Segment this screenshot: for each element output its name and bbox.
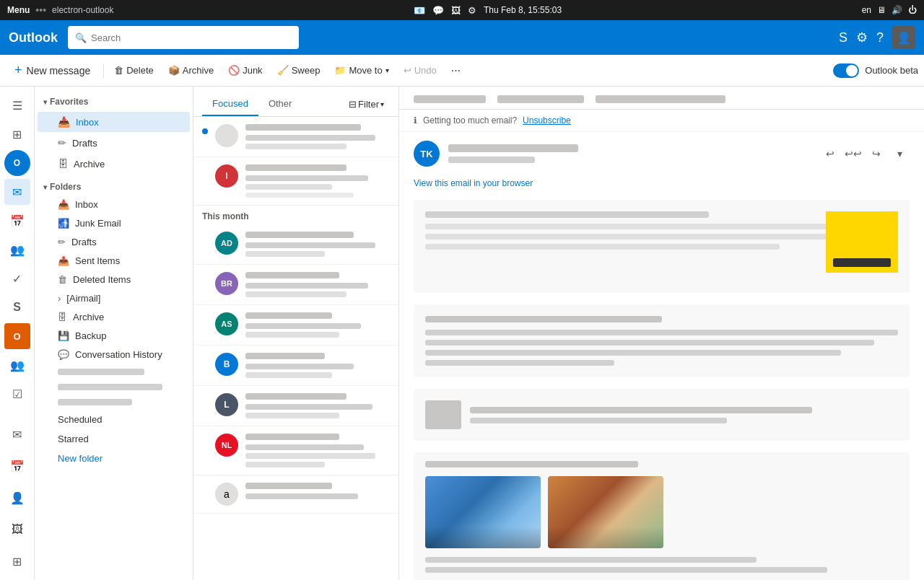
nav-item-deleted[interactable]: 🗑 Deleted Items [38,271,190,289]
archive-nav-icon: 🗄 [58,158,68,170]
email-item-7[interactable]: L [193,386,398,426]
tab-other[interactable]: Other [258,92,302,116]
nav-item-inbox-fav[interactable]: 📥 Inbox [38,112,190,132]
email-content-2 [245,164,390,198]
sidebar-icon-bottom-image[interactable]: 🖼 [4,517,30,542]
conv-hist-icon: 💬 [58,349,69,360]
filter-button[interactable]: ⊟ Filter ▾ [343,96,390,113]
nav-item-drafts2[interactable]: ✏ Drafts [38,233,190,251]
user-avatar[interactable]: 👤 [892,26,915,49]
taskbar-right: en 🖥 🔊 ⏻ [862,5,917,15]
menu-button[interactable]: Menu [7,5,30,15]
unsub-link[interactable]: Unsubscribe [523,115,571,126]
sidebar-icon-todo[interactable]: ✓ [4,265,30,291]
email-item-6[interactable]: B [193,346,398,386]
email-item-5[interactable]: AS [193,305,398,346]
forward-button[interactable]: ↪ [866,144,886,164]
outlook-app: Outlook 🔍 S ⚙ ? 👤 + New message 🗑 Delete… [0,20,924,580]
sidebar-icon-calendar[interactable]: 📅 [4,208,30,234]
filter-chevron-icon: ▾ [380,100,384,108]
view-in-browser[interactable]: View this email in your browser [414,178,910,188]
email-avatar-3: AD [215,232,238,255]
taskbar-dots[interactable]: ••• [35,4,46,16]
new-folder-link[interactable]: New folder [38,449,190,467]
reply-all-button[interactable]: ↩↩ [843,144,863,164]
delete-button[interactable]: 🗑 Delete [108,62,160,79]
sidebar-icon-check[interactable]: ☑ [4,381,30,407]
email-items-list: I This month AD [193,117,398,580]
nav-item-starred[interactable]: Starred [38,430,190,448]
email-content-9 [245,483,390,502]
sidebar-icon-bottom-calendar[interactable]: 📅 [4,453,30,479]
wechat-tray-icon: 💬 [432,5,444,16]
email-avatar-4: BR [215,272,238,295]
sidebar-icon-bottom-mail[interactable]: ✉ [4,421,30,447]
archive-button[interactable]: 📦 Archive [162,62,219,79]
email-item-4[interactable]: BR [193,265,398,305]
archive2-icon: 🗄 [58,312,67,322]
email-item-3[interactable]: AD [193,224,398,265]
email-item-9[interactable]: a [193,475,398,514]
sidebar-icon-s[interactable]: S [4,294,30,320]
photos-tray-icon: 🖼 [451,5,461,16]
sidebar-icon-orange[interactable]: O [4,323,30,349]
nav-item-drafts-fav[interactable]: ✏ Drafts [38,133,190,153]
sidebar-icon-mail[interactable]: ✉ [4,179,30,205]
sweep-button[interactable]: 🧹 Sweep [271,62,326,79]
sidebar-icon-bottom-people[interactable]: 👤 [4,485,30,511]
settings-icon[interactable]: ⚙ [856,30,868,45]
email-content-6 [245,353,390,378]
nav-item-blurred-2[interactable] [38,380,190,394]
sidebar-icon-teams[interactable]: 👥 [4,352,30,378]
beta-toggle-switch[interactable] [833,63,859,78]
sent-icon: 📤 [58,255,69,266]
search-input[interactable] [91,32,292,43]
nav-item-junk[interactable]: 🚮 Junk Email [38,214,190,232]
toolbar-separator-1 [103,63,104,78]
email-avatar [215,124,238,147]
sidebar-icon-people[interactable]: 👥 [4,237,30,263]
reply-button[interactable]: ↩ [820,144,840,164]
favorites-header[interactable]: ▾ Favorites [35,92,193,111]
folders-header[interactable]: ▾ Folders [35,175,193,195]
more-actions-button[interactable]: ▾ [889,144,910,164]
sidebar-icon-circle[interactable]: O [4,150,30,176]
drafts2-icon: ✏ [58,237,66,247]
help-icon[interactable]: ? [876,30,884,45]
nav-item-inbox2[interactable]: 📥 Inbox [38,195,190,214]
nav-item-backup[interactable]: 💾 Backup [38,327,190,345]
taskbar-left: Menu ••• electron-outlook [7,4,113,16]
nav-item-conv-hist[interactable]: 💬 Conversation History [38,346,190,364]
sidebar-icon-bottom-grid[interactable]: ⊞ [4,548,30,574]
undo-button[interactable]: ↩ Undo [398,62,443,79]
nav-item-archive-fav[interactable]: 🗄 Archive [38,154,190,174]
plus-icon: + [14,63,22,78]
email-list-tabs: Focused Other ⊟ Filter ▾ [193,87,398,117]
sender-info [448,144,811,163]
nav-item-blurred-3[interactable] [38,395,190,409]
sidebar-icon-hamburger[interactable]: ☰ [4,92,30,118]
reading-pane: ℹ Getting too much email? Unsubscribe TK… [399,87,924,580]
tab-focused[interactable]: Focused [202,92,258,116]
email-item-2[interactable]: I [193,157,398,206]
skype-icon[interactable]: S [839,30,847,45]
move-to-button[interactable]: 📁 Move to ▾ [328,62,394,79]
volume-icon: 🔊 [892,5,902,15]
email-content-block-2 [414,304,910,377]
email-item-8[interactable]: NL [193,426,398,475]
nav-item-blurred-1[interactable] [38,365,190,379]
nav-item-airmail[interactable]: › [Airmail] [38,289,190,307]
top-bar: Outlook 🔍 S ⚙ ? 👤 [0,20,924,55]
new-message-button[interactable]: + New message [6,58,99,82]
sidebar-icon-apps[interactable]: ⊞ [4,121,30,147]
nav-item-archive2[interactable]: 🗄 Archive [38,308,190,326]
inbox-icon: 📥 [58,116,70,128]
junk-button[interactable]: 🚫 Junk [222,62,268,79]
email-item-1[interactable] [193,117,398,157]
backup-icon: 💾 [58,330,69,341]
month-label: This month [193,206,398,224]
more-icon: ··· [451,64,461,77]
outlook-logo: Outlook [9,30,58,45]
more-button[interactable]: ··· [445,61,466,80]
nav-item-scheduled[interactable]: Scheduled [38,410,190,429]
